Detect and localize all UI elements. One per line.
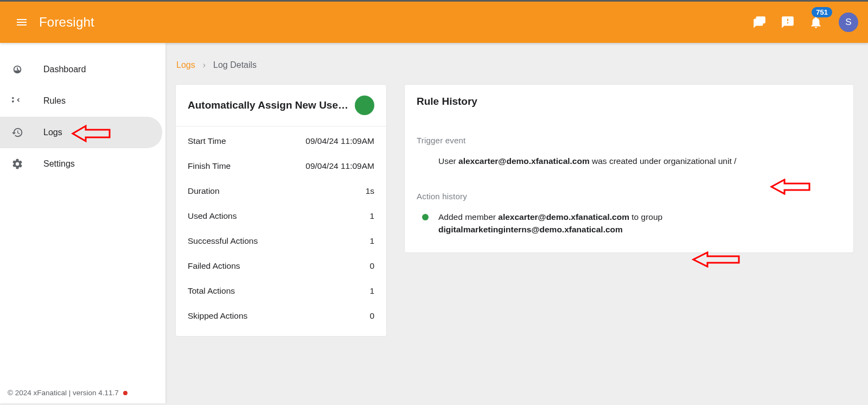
summary-row: Finish Time09/04/24 11:09AM [176, 154, 386, 179]
nav: Dashboard Rules Logs Settings [0, 43, 165, 384]
summary-title: Automatically Assign New Users to [188, 99, 350, 111]
action-section-label: Action history [417, 192, 841, 201]
sidebar-item-logs[interactable]: Logs [0, 117, 162, 148]
status-dot-icon [355, 96, 374, 115]
summary-value: 09/04/24 11:09AM [305, 161, 374, 171]
breadcrumb: Logs › Log Details [175, 53, 854, 84]
history-icon [10, 125, 25, 140]
summary-value: 1 [369, 236, 374, 246]
sidebar: Dashboard Rules Logs Settings [0, 43, 165, 403]
version-text: © 2024 xFanatical | version 4.11.7 [8, 389, 119, 397]
breadcrumb-current: Log Details [213, 60, 257, 70]
summary-row: Successful Actions1 [176, 229, 386, 254]
summary-rows: Start Time09/04/24 11:09AMFinish Time09/… [176, 126, 386, 336]
success-dot-icon [422, 214, 429, 220]
summary-row: Duration1s [176, 179, 386, 204]
sidebar-item-settings[interactable]: Settings [0, 148, 162, 180]
summary-value: 1s [366, 186, 374, 196]
announcement-icon[interactable] [775, 9, 801, 35]
sidebar-item-rules[interactable]: Rules [0, 85, 162, 117]
summary-value: 09/04/24 11:09AM [305, 136, 374, 146]
trigger-section-label: Trigger event [417, 136, 841, 145]
sidebar-item-label: Dashboard [43, 65, 86, 74]
breadcrumb-root[interactable]: Logs [176, 60, 195, 70]
summary-card: Automatically Assign New Users to Start … [175, 84, 387, 337]
sidebar-item-dashboard[interactable]: Dashboard [0, 54, 162, 85]
summary-value: 1 [369, 286, 374, 296]
summary-key: Successful Actions [188, 236, 258, 246]
notification-badge: 751 [812, 7, 832, 17]
action-history-text: Added member alexcarter@demo.xfanatical.… [438, 211, 662, 236]
summary-row: Failed Actions0 [176, 254, 386, 279]
gear-icon [10, 156, 25, 172]
app-title: Foresight [39, 15, 94, 30]
rule-history-card: Rule History Trigger event User alexcart… [404, 84, 854, 253]
summary-value: 0 [369, 311, 374, 321]
menu-icon[interactable] [14, 15, 29, 30]
rules-icon [10, 93, 25, 109]
summary-key: Total Actions [188, 286, 235, 296]
action-history-row: Added member alexcarter@demo.xfanatical.… [417, 211, 841, 236]
main-content: Logs › Log Details Automatically Assign … [165, 43, 868, 403]
avatar[interactable]: S [839, 12, 858, 32]
sidebar-item-label: Rules [43, 96, 66, 106]
summary-row: Start Time09/04/24 11:09AM [176, 129, 386, 154]
summary-key: Skipped Actions [188, 311, 247, 321]
summary-key: Duration [188, 186, 220, 196]
chevron-right-icon: › [203, 60, 206, 70]
gauge-icon [10, 62, 25, 77]
sidebar-footer: © 2024 xFanatical | version 4.11.7 [0, 384, 165, 403]
summary-row: Used Actions1 [176, 204, 386, 229]
status-dot-icon [123, 391, 127, 395]
app-header: Foresight 751 S [0, 2, 868, 43]
summary-key: Failed Actions [188, 261, 240, 271]
summary-key: Finish Time [188, 161, 231, 171]
summary-value: 1 [369, 211, 374, 221]
sidebar-item-label: Logs [43, 128, 62, 137]
summary-value: 0 [369, 261, 374, 271]
bell-icon[interactable]: 751 [803, 9, 829, 35]
summary-row: Total Actions1 [176, 279, 386, 303]
summary-key: Used Actions [188, 211, 237, 221]
sidebar-item-label: Settings [43, 159, 75, 169]
summary-row: Skipped Actions0 [176, 303, 386, 328]
history-title: Rule History [417, 96, 477, 107]
summary-key: Start Time [188, 136, 226, 146]
trigger-event-text: User alexcarter@demo.xfanatical.com was … [417, 155, 841, 168]
chat-icon[interactable] [746, 9, 773, 35]
